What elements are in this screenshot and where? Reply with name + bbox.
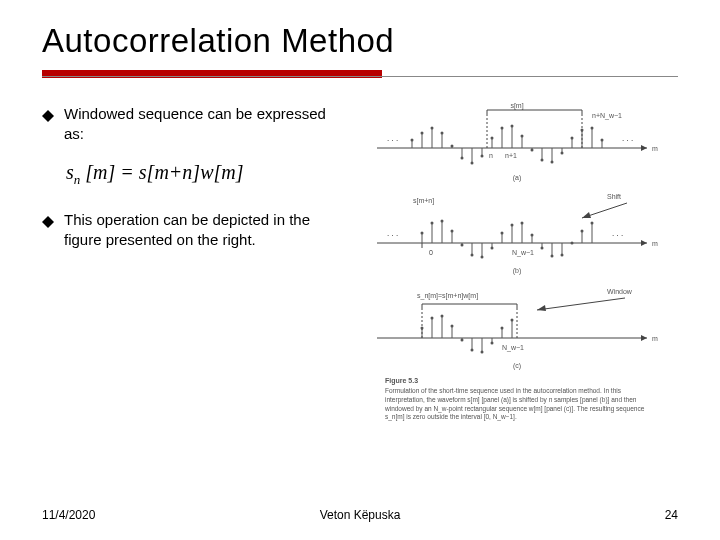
svg-point-94	[571, 242, 574, 245]
svg-text:m: m	[652, 240, 658, 247]
svg-point-22	[461, 157, 464, 160]
panel-c: Window s_n[m]=s[m+n]w[m] m	[377, 288, 658, 370]
svg-point-125	[481, 351, 484, 354]
figure-column: s[m] m n+N_w−1 · · · · · ·	[356, 98, 678, 462]
svg-text:· · ·: · · ·	[622, 136, 633, 145]
slide-footer: 11/4/2020 Veton Këpuska 24	[42, 508, 678, 522]
svg-point-30	[501, 127, 504, 130]
bullet-text: This operation can be depicted in the fi…	[64, 210, 342, 251]
svg-point-18	[441, 132, 444, 135]
svg-marker-1	[42, 216, 54, 228]
footer-author: Veton Këpuska	[320, 508, 401, 522]
svg-point-12	[411, 139, 414, 142]
svg-point-66	[431, 222, 434, 225]
svg-point-16	[431, 127, 434, 130]
svg-point-90	[551, 255, 554, 258]
svg-point-127	[491, 342, 494, 345]
svg-point-36	[531, 149, 534, 152]
svg-point-92	[561, 254, 564, 257]
svg-text:· · ·: · · ·	[387, 136, 398, 145]
svg-point-131	[511, 319, 514, 322]
svg-point-113	[421, 327, 424, 330]
svg-text:0: 0	[429, 249, 433, 256]
svg-text:(b): (b)	[513, 267, 522, 275]
panel-a: s[m] m n+N_w−1 · · · · · ·	[377, 102, 658, 182]
svg-point-46	[581, 129, 584, 132]
svg-line-104	[537, 298, 625, 310]
bullet-item: This operation can be depicted in the fi…	[42, 210, 342, 251]
svg-text:n+1: n+1	[505, 152, 517, 159]
svg-marker-56	[582, 212, 591, 218]
svg-point-119	[451, 325, 454, 328]
svg-point-72	[461, 244, 464, 247]
bullet-text: Windowed sequence can be expressed as:	[64, 104, 342, 145]
svg-point-115	[431, 317, 434, 320]
svg-text:(a): (a)	[513, 174, 522, 182]
svg-text:· · ·: · · ·	[387, 231, 398, 240]
svg-point-64	[421, 232, 424, 235]
svg-point-50	[601, 139, 604, 142]
svg-point-86	[531, 234, 534, 237]
svg-point-84	[521, 222, 524, 225]
svg-text:m: m	[652, 335, 658, 342]
svg-point-78	[491, 247, 494, 250]
figure-caption: Figure 5.3 Formulation of the short-time…	[385, 377, 650, 457]
svg-point-28	[491, 137, 494, 140]
svg-point-34	[521, 135, 524, 138]
svg-text:Figure 5.3: Figure 5.3	[385, 377, 418, 385]
svg-point-80	[501, 232, 504, 235]
diamond-bullet-icon	[42, 108, 54, 126]
diamond-bullet-icon	[42, 214, 54, 232]
svg-point-48	[591, 127, 594, 130]
svg-point-76	[481, 256, 484, 259]
svg-point-123	[471, 349, 474, 352]
footer-date: 11/4/2020	[42, 508, 95, 522]
svg-point-121	[461, 339, 464, 342]
svg-point-42	[561, 152, 564, 155]
svg-text:Window: Window	[607, 288, 633, 295]
svg-text:s_n[m]=s[m+n]w[m]: s_n[m]=s[m+n]w[m]	[417, 292, 478, 300]
svg-marker-108	[641, 335, 647, 341]
svg-text:s[m+n]: s[m+n]	[413, 197, 434, 205]
svg-point-117	[441, 315, 444, 318]
svg-point-38	[541, 159, 544, 162]
svg-text:n+N_w−1: n+N_w−1	[592, 112, 622, 120]
svg-point-74	[471, 254, 474, 257]
svg-text:N_w−1: N_w−1	[512, 249, 534, 257]
svg-text:N_w−1: N_w−1	[502, 344, 524, 352]
svg-text:m: m	[652, 145, 658, 152]
svg-point-26	[481, 155, 484, 158]
svg-point-98	[591, 222, 594, 225]
slide-title: Autocorrelation Method	[42, 22, 678, 60]
bullet-item: Windowed sequence can be expressed as:	[42, 104, 342, 145]
svg-point-32	[511, 125, 514, 128]
svg-point-44	[571, 137, 574, 140]
left-column: Windowed sequence can be expressed as: s…	[42, 98, 342, 462]
svg-point-24	[471, 162, 474, 165]
svg-text:· · ·: · · ·	[612, 231, 623, 240]
svg-marker-4	[641, 145, 647, 151]
figure-svg: s[m] m n+N_w−1 · · · · · ·	[356, 98, 678, 458]
svg-point-40	[551, 161, 554, 164]
svg-text:n: n	[489, 152, 493, 159]
svg-text:s[m]: s[m]	[510, 102, 523, 110]
svg-point-88	[541, 247, 544, 250]
footer-page: 24	[665, 508, 678, 522]
svg-point-14	[421, 132, 424, 135]
svg-point-20	[451, 145, 454, 148]
svg-point-70	[451, 230, 454, 233]
svg-marker-105	[537, 305, 546, 311]
svg-text:Shift: Shift	[607, 193, 621, 200]
svg-point-96	[581, 230, 584, 233]
svg-marker-0	[42, 110, 54, 122]
formula: sn [m] = s[m+n]w[m]	[66, 161, 342, 188]
title-underline	[42, 70, 678, 78]
panel-b: Shift s[m+n] m · · · · · ·	[377, 193, 658, 275]
svg-point-68	[441, 220, 444, 223]
svg-text:(c): (c)	[513, 362, 521, 370]
svg-marker-59	[641, 240, 647, 246]
svg-point-82	[511, 224, 514, 227]
svg-point-129	[501, 327, 504, 330]
